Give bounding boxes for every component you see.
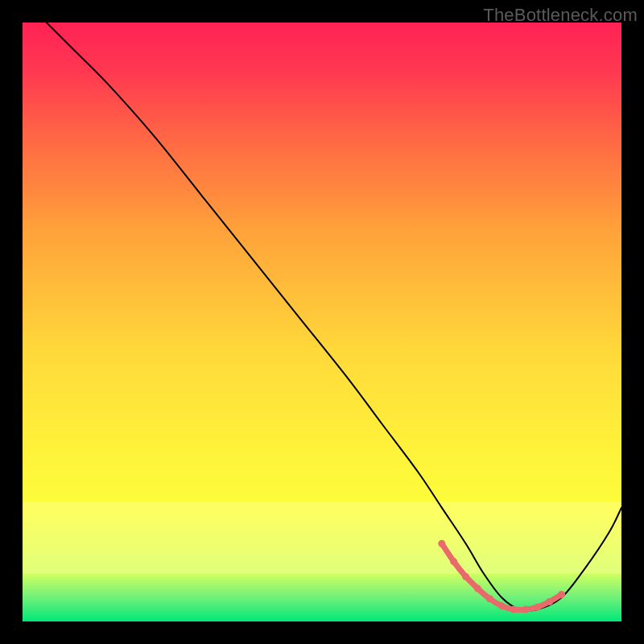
plot-area — [23, 23, 621, 621]
optimal-zone-marker — [474, 585, 481, 592]
optimal-zone-marker — [438, 540, 445, 547]
optimal-zone-marker — [546, 598, 553, 605]
optimal-zone-marker — [510, 606, 518, 613]
chart-container: TheBottleneck.com — [0, 0, 644, 644]
optimal-zone-marker — [534, 604, 541, 611]
optimal-zone-marker — [522, 606, 529, 613]
optimal-zone-marker — [486, 595, 493, 602]
svg-rect-1 — [23, 502, 621, 573]
optimal-zone-marker — [558, 591, 565, 598]
optimal-zone-marker — [450, 558, 457, 565]
optimal-zone-marker — [498, 602, 506, 609]
chart-svg — [23, 23, 621, 621]
optimal-zone-marker — [462, 573, 469, 580]
